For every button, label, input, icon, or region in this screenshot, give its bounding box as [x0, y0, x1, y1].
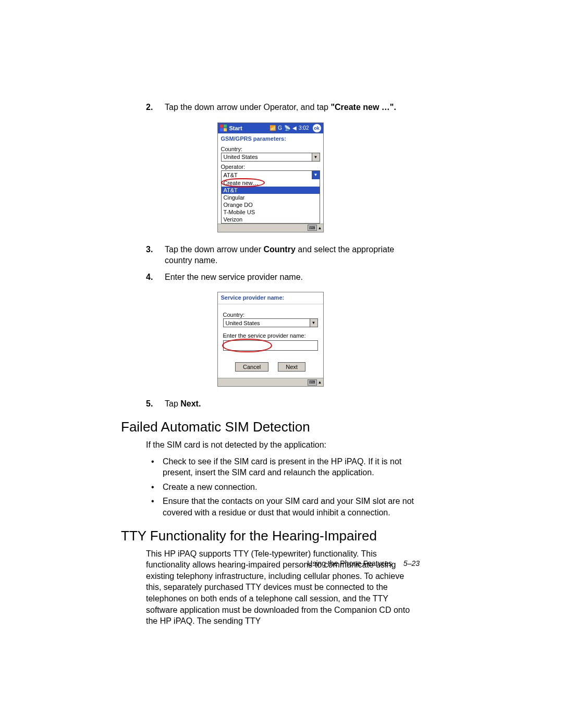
- step-5-bold: Next.: [180, 399, 201, 408]
- sp-country-label: Country:: [223, 312, 318, 318]
- step-3-number: 3.: [146, 244, 165, 266]
- step-3-text-pre: Tap the down arrow under: [165, 245, 263, 254]
- operator-option-verizon[interactable]: Verizon: [222, 216, 320, 223]
- chevron-down-icon[interactable]: ▼: [310, 319, 317, 327]
- step-3: 3. Tap the down arrow under Country and …: [146, 244, 420, 266]
- chevron-down-icon[interactable]: ▼: [312, 153, 320, 161]
- step-4: 4. Enter the new service provider name.: [146, 272, 420, 283]
- heading-failed-sim: Failed Automatic SIM Detection: [121, 419, 420, 435]
- up-arrow-icon[interactable]: ▲: [318, 380, 322, 385]
- gprs-icon: G: [278, 125, 282, 131]
- failed-sim-bullets: •Check to see if the SIM card is present…: [146, 456, 420, 519]
- chevron-down-icon[interactable]: ▼: [312, 171, 320, 179]
- gsm-params-title: GSM/GPRS parameters:: [218, 133, 323, 143]
- pda-footer: ⌨ ▲: [218, 224, 323, 232]
- volume-icon: ◀: [292, 125, 297, 131]
- up-arrow-icon[interactable]: ▲: [318, 226, 322, 230]
- list-item: •Check to see if the SIM card is present…: [146, 456, 420, 478]
- pda-title-bar: Start 📶 G 📡 ◀ 3:02 ok: [218, 123, 323, 133]
- next-button[interactable]: Next: [278, 362, 305, 372]
- operator-option-orange[interactable]: Orange DO: [222, 201, 320, 208]
- step-5-number: 5.: [146, 398, 165, 410]
- step-4-text: Enter the new service provider name.: [165, 272, 420, 283]
- list-item: •Create a new connection.: [146, 482, 420, 493]
- start-button[interactable]: Start: [229, 125, 242, 131]
- operator-option-tmobile[interactable]: T-Mobile US: [222, 208, 320, 216]
- bullet-2: Create a new connection.: [163, 482, 420, 493]
- operator-dropdown-list[interactable]: Create new… AT&T Cingular Orange DO T-Mo…: [221, 179, 320, 224]
- bullet-icon: •: [146, 482, 163, 493]
- clock: 3:02: [299, 125, 309, 131]
- sp-country-value: United States: [224, 320, 310, 326]
- bullet-icon: •: [146, 496, 163, 518]
- country-label: Country:: [221, 146, 320, 152]
- sp-name-input[interactable]: [223, 340, 318, 351]
- page-footer: Using the Phone Features 5–23: [307, 559, 420, 567]
- step-2: 2. Tap the down arrow under Operator, an…: [146, 102, 420, 113]
- bullet-icon: •: [146, 456, 163, 478]
- keyboard-icon[interactable]: ⌨: [308, 379, 317, 386]
- list-item: •Ensure that the contacts on your SIM ca…: [146, 496, 420, 518]
- bullet-1: Check to see if the SIM card is present …: [163, 456, 420, 478]
- failed-sim-intro: If the SIM card is not detected by the a…: [146, 439, 420, 451]
- operator-option-create-new[interactable]: Create new…: [222, 179, 320, 187]
- footer-label: Using the Phone Features: [307, 559, 392, 567]
- screenshot-service-provider: Service provider name: Country: United S…: [217, 292, 324, 387]
- operator-label: Operator:: [221, 164, 320, 170]
- country-combo[interactable]: United States ▼: [221, 153, 320, 162]
- operator-option-cingular[interactable]: Cingular: [222, 194, 320, 201]
- service-provider-title: Service provider name:: [218, 292, 323, 304]
- step-2-number: 2.: [146, 102, 165, 113]
- cancel-button[interactable]: Cancel: [235, 362, 268, 372]
- step-2-bold: "Create new …".: [331, 103, 396, 112]
- sp-enter-label: Enter the service provider name:: [223, 332, 318, 339]
- operator-value: AT&T: [222, 172, 312, 178]
- sp-country-combo[interactable]: United States ▼: [223, 318, 318, 327]
- ok-button[interactable]: ok: [313, 124, 321, 132]
- step-2-text: Tap the down arrow under Operator, and t…: [165, 103, 331, 112]
- antenna-icon: 📡: [284, 125, 290, 131]
- step-5: 5. Tap Next.: [146, 398, 420, 410]
- bullet-3: Ensure that the contacts on your SIM car…: [163, 496, 420, 518]
- pda-footer: ⌨ ▲: [218, 378, 323, 386]
- screenshot-gsm-gprs: Start 📶 G 📡 ◀ 3:02 ok GSM/GPRS parameter…: [217, 122, 324, 232]
- operator-option-att[interactable]: AT&T: [222, 187, 320, 194]
- operator-combo[interactable]: AT&T ▼: [221, 170, 320, 179]
- step-4-number: 4.: [146, 272, 165, 283]
- heading-tty: TTY Functionality for the Hearing-Impair…: [121, 528, 420, 544]
- signal-icon: 📶: [270, 125, 276, 131]
- page-number: 5–23: [403, 559, 420, 567]
- step-3-bold: Country: [263, 245, 295, 254]
- step-5-text: Tap: [165, 399, 180, 408]
- country-value: United States: [222, 154, 312, 160]
- windows-flag-icon: [220, 125, 227, 132]
- keyboard-icon[interactable]: ⌨: [308, 225, 317, 231]
- highlight-circle-icon: [222, 339, 272, 352]
